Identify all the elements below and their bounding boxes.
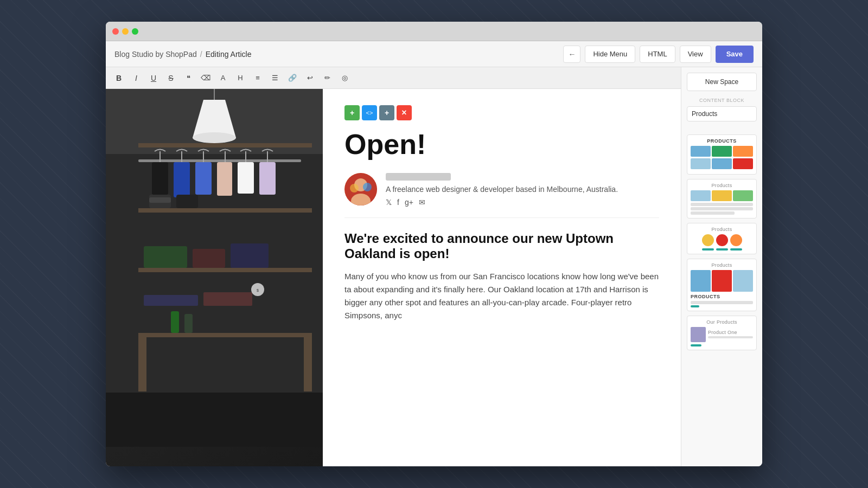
gplus-icon: g+ [405,198,413,207]
current-page-label: Editing Article [206,50,252,59]
circles-row [691,234,753,246]
code-block-button[interactable]: <> [362,105,377,120]
bold-button[interactable]: B [111,70,126,86]
delete-block-button[interactable]: × [397,105,412,120]
svg-rect-16 [238,162,254,194]
author-bio: A freelance web designer & developer bas… [386,185,659,194]
svg-rect-19 [138,208,312,213]
template-card-5[interactable]: Our Products Product One [687,316,757,350]
template-thumb-grid-1 [691,146,753,157]
twitter-icon: 𝕏 [386,198,392,207]
products-dropdown[interactable]: Products [687,106,757,121]
app-name: Blog Studio by ShopPad [114,50,197,59]
maximize-button[interactable] [132,28,138,35]
save-button[interactable]: Save [716,46,754,63]
circle-3 [730,234,742,246]
template-thumb-grid-2 [691,190,753,201]
editor-toolbar: B I U S ❝ ⌫ A H ≡ ☰ 🔗 ↩ ✏ ◎ [106,67,681,89]
thumb-1-1 [691,146,711,157]
heading-button[interactable]: H [233,70,248,86]
products-dropdown-wrapper: Products [687,106,757,128]
clear2-button[interactable]: ◎ [337,70,352,86]
thumb-2-1 [691,190,711,201]
article-heading[interactable]: Open! [344,129,659,160]
editor-section: B I U S ❝ ⌫ A H ≡ ☰ 🔗 ↩ ✏ ◎ [106,67,681,466]
email-icon: ✉ [419,198,425,207]
card5-img-1 [691,327,706,342]
undo-button[interactable]: ↩ [302,70,317,86]
align-button[interactable]: ≡ [250,70,265,86]
browser-window: Blog Studio by ShopPad / Editing Article… [106,22,762,466]
new-space-button[interactable]: New Space [687,73,757,91]
card4-img-1 [691,270,711,292]
template-card-3[interactable]: Products [687,223,757,254]
minimize-button[interactable] [122,28,129,35]
text-line-2-2 [691,207,753,210]
svg-rect-24 [144,246,187,268]
close-button[interactable] [112,28,119,35]
article-panel[interactable]: + <> + × Open! [323,89,681,466]
editor-content: $ + <> + × Open! [106,89,681,466]
svg-rect-28 [138,337,146,391]
thumb-1-2 [712,146,732,157]
svg-rect-5 [138,143,312,147]
teal-bar-row [691,248,753,251]
card5-text-1: Product One [708,330,753,339]
font-size-button[interactable]: A [215,70,231,86]
teal-bar-2 [716,248,728,251]
template-our-products-label: Our Products [691,319,753,325]
add-block-button[interactable]: + [344,105,360,120]
article-body[interactable]: Many of you who know us from our San Fra… [344,270,659,322]
template-label-1: PRODUCTS [691,138,753,144]
traffic-lights [112,28,138,35]
svg-point-3 [193,132,236,143]
article-subheading[interactable]: We're excited to announce our new Uptown… [344,231,659,261]
app-bar: Blog Studio by ShopPad / Editing Article… [106,41,762,67]
card5-teal-btn [691,344,701,346]
list-button[interactable]: ☰ [267,70,283,86]
title-bar [106,22,762,41]
thumb-2-3 [733,190,753,201]
avatar-image [344,173,377,206]
svg-rect-30 [171,311,179,333]
card4-img-2 [712,270,732,292]
right-sidebar: New Space CONTENT BLOCK Products PRODUCT… [681,67,762,466]
move-block-button[interactable]: + [379,105,394,120]
shop-image: $ [106,89,323,466]
template-card-2[interactable]: Products [687,179,757,219]
svg-rect-33 [144,295,198,306]
template-thumb-grid-1b [691,158,753,169]
card4-text-section: PRODUCTS [691,294,753,307]
back-button[interactable]: ← [563,46,580,63]
shop-image-svg: $ [106,89,323,447]
italic-button[interactable]: I [129,70,144,86]
strikethrough-button[interactable]: S [163,70,178,86]
main-area: B I U S ❝ ⌫ A H ≡ ☰ 🔗 ↩ ✏ ◎ [106,67,762,466]
quote-button[interactable]: ❝ [181,70,196,86]
svg-rect-25 [193,249,225,268]
author-avatar [344,173,377,206]
view-button[interactable]: View [680,46,711,63]
svg-rect-27 [138,333,312,337]
circle-1 [702,234,714,246]
hide-menu-button[interactable]: Hide Menu [585,46,635,63]
brush-button[interactable]: ✏ [320,70,335,86]
html-button[interactable]: HTML [640,46,675,63]
svg-rect-22 [149,197,171,203]
thumb-1-3 [733,146,753,157]
link-button[interactable]: 🔗 [285,70,300,86]
svg-rect-12 [195,162,212,195]
underline-button[interactable]: U [146,70,161,86]
thumb-1-5 [712,158,732,169]
text-line-2-3 [691,211,735,215]
template-card-4[interactable]: Products PRODUCTS [687,259,757,311]
svg-rect-34 [203,292,252,306]
svg-rect-8 [152,162,168,195]
template-label-4: Products [691,262,753,268]
teal-bar-3 [730,248,742,251]
author-section: A freelance web designer & developer bas… [344,173,659,218]
thumb-1-6 [733,158,753,169]
svg-rect-18 [259,162,276,195]
clear-format-button[interactable]: ⌫ [198,70,213,86]
template-card-1[interactable]: PRODUCTS [687,134,757,175]
